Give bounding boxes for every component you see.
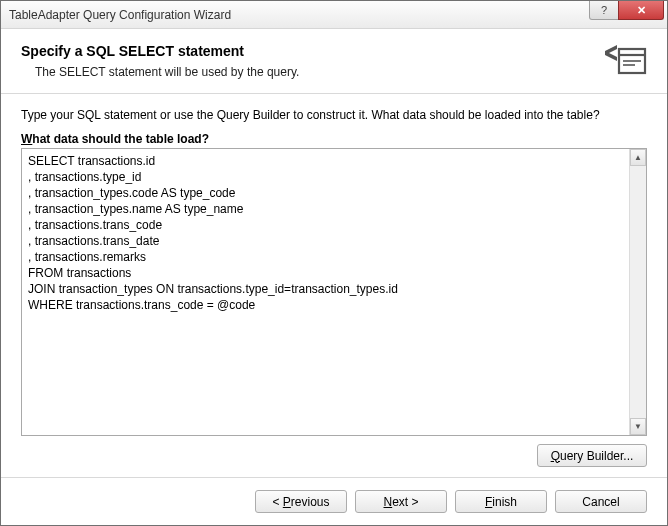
scroll-down-icon[interactable]: ▼: [630, 418, 646, 435]
scroll-up-icon[interactable]: ▲: [630, 149, 646, 166]
titlebar: TableAdapter Query Configuration Wizard …: [1, 1, 667, 29]
sql-textarea[interactable]: [22, 149, 629, 435]
sql-field-label: What data should the table load?: [21, 132, 647, 146]
page-title: Specify a SQL SELECT statement: [21, 43, 591, 59]
finish-button[interactable]: Finish: [455, 490, 547, 513]
next-button[interactable]: Next >: [355, 490, 447, 513]
query-builder-button[interactable]: Query Builder...: [537, 444, 647, 467]
window-title: TableAdapter Query Configuration Wizard: [9, 8, 590, 22]
scroll-track[interactable]: [630, 166, 646, 418]
wizard-body: Type your SQL statement or use the Query…: [1, 94, 667, 477]
header-texts: Specify a SQL SELECT statement The SELEC…: [21, 43, 591, 79]
cancel-button[interactable]: Cancel: [555, 490, 647, 513]
close-button[interactable]: ✕: [618, 1, 664, 20]
wizard-header: Specify a SQL SELECT statement The SELEC…: [1, 29, 667, 94]
sql-page-icon: [603, 43, 647, 77]
previous-button[interactable]: < Previous: [255, 490, 347, 513]
vertical-scrollbar[interactable]: ▲ ▼: [629, 149, 646, 435]
help-button[interactable]: ?: [589, 1, 619, 20]
wizard-window: TableAdapter Query Configuration Wizard …: [0, 0, 668, 526]
query-builder-row: Query Builder...: [21, 436, 647, 467]
sql-textarea-container: ▲ ▼: [21, 148, 647, 436]
titlebar-buttons: ? ✕: [590, 1, 667, 28]
wizard-footer: < Previous Next > Finish Cancel: [1, 477, 667, 525]
instruction-text: Type your SQL statement or use the Query…: [21, 108, 647, 122]
page-subtitle: The SELECT statement will be used by the…: [21, 65, 591, 79]
